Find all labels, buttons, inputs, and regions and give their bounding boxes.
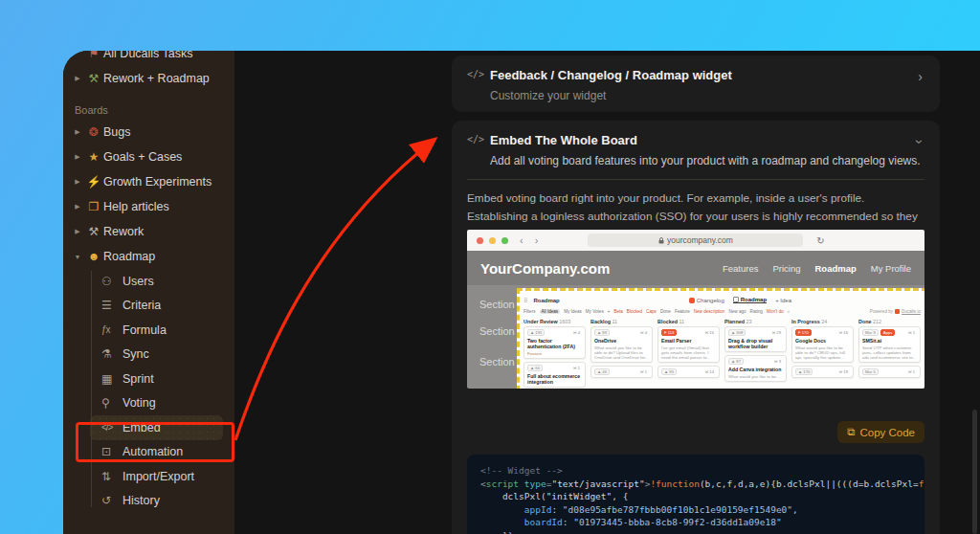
kanban-column-blocked: Blocked 11F 113✉ 16Email ParserI've got … — [657, 319, 720, 389]
sidebar-item-sync[interactable]: ⚗Sync — [90, 343, 227, 367]
idea-card[interactable]: ▲ 60✉ 1Full about ecommerce integration — [523, 362, 586, 388]
card-chip: ✉ 19 — [837, 369, 850, 374]
filter-my-ideas[interactable]: My Ideas — [564, 309, 582, 314]
reload-icon: ↻ — [816, 235, 824, 246]
filter-blocked[interactable]: Blocked — [627, 309, 642, 314]
expand-arrow-icon[interactable]: ▶ — [71, 178, 84, 186]
sidebar: ⚑All Ducalis Tasks▶⚒Rework + Roadmap Boa… — [63, 51, 234, 534]
sync-icon: ⚗ — [101, 347, 122, 361]
bug-icon: ❂ — [84, 125, 103, 139]
filter-my-votes[interactable]: My Votes — [586, 309, 604, 314]
card-chip: Apps — [880, 329, 896, 336]
sidebar-item-growth-experiments[interactable]: ▶⚡Growth Experiments — [71, 169, 227, 194]
sidebar-item-rework-roadmap[interactable]: ▶⚒Rework + Roadmap — [71, 66, 227, 91]
lock-icon — [658, 237, 664, 244]
idea-card[interactable]: ▲ 170✉ 19 — [791, 366, 854, 378]
site-nav-my-profile[interactable]: My Profile — [871, 263, 911, 274]
code-line: boardId: "01973445-bbba-8cb8-99f2-d36dd1… — [480, 516, 924, 529]
filter-won-t-do[interactable]: Won't do — [767, 309, 784, 314]
card-meta: ▲ 87✉ 3 — [728, 358, 783, 365]
kanban-column-done: Done 212Mar 9Apps✉ 1SMSit.aiSend OTP whe… — [858, 319, 921, 389]
changelog-icon — [689, 298, 695, 303]
expand-arrow-icon[interactable]: ▶ — [71, 203, 84, 211]
filter-filters[interactable]: Filters — [523, 309, 536, 314]
site-brand: YourCompany.com — [480, 260, 723, 277]
expand-arrow-icon[interactable]: ▶ — [71, 228, 84, 235]
filter-feature[interactable]: Feature — [675, 309, 690, 314]
filter-[interactable]: ⌕ — [788, 309, 791, 314]
filter-done[interactable]: Done — [660, 309, 671, 314]
filter-beta[interactable]: Beta — [613, 309, 622, 314]
sidebar-item-roadmap[interactable]: ▼☻Roadmap — [71, 244, 227, 269]
filter-caps[interactable]: Caps — [646, 309, 657, 314]
filter-new-description[interactable]: New description — [694, 309, 725, 314]
card-meta: ▲ 170✉ 19 — [795, 368, 850, 375]
expand-arrow-icon[interactable]: ▶ — [71, 128, 84, 136]
sidebar-item-help-articles[interactable]: ▶❐Help articles — [71, 194, 227, 219]
sidebar-item-users[interactable]: ⚇Users — [90, 269, 227, 294]
sidebar-item-import-export[interactable]: ⇅Import/Export — [90, 464, 227, 489]
expand-arrow-icon[interactable]: ▶ — [71, 153, 84, 161]
expand-arrow-icon[interactable]: ▼ — [71, 254, 84, 260]
chevron-down-icon[interactable]: › — [913, 140, 928, 145]
sidebar-item-embed[interactable]: </>Embed — [90, 415, 223, 440]
widget-tab-changelog[interactable]: Changelog — [689, 298, 724, 303]
close-traffic-light — [477, 237, 483, 244]
idea-card[interactable]: F 170✉ 16Google DocsWhat would you like … — [791, 326, 854, 363]
maximize-traffic-light — [501, 237, 508, 244]
sidebar-item-history[interactable]: ↺History — [90, 489, 227, 514]
widget-tab-roadmap[interactable]: Roadmap — [733, 297, 767, 303]
sidebar-item-label: Sprint — [122, 372, 154, 386]
widget-base-code-block[interactable]: <!-- Widget --><script type="text/javasc… — [467, 455, 924, 534]
address-bar: yourcompany.com — [588, 234, 803, 247]
widget-settings-row[interactable]: </> Feedback / Changelog / Roadmap widge… — [452, 56, 940, 112]
idea-card[interactable]: ▲ 191✉ 4Two factor authentication (2FA)F… — [523, 326, 586, 359]
idea-card[interactable]: Mar 9Apps✉ 1SMSit.aiSend OTP when custom… — [858, 326, 921, 363]
card-title: Two factor authentication (2FA) — [527, 338, 582, 349]
expand-arrow-icon[interactable]: ▶ — [71, 75, 84, 82]
widget-tab-idea[interactable]: + Idea — [775, 298, 791, 303]
sidebar-item-voting[interactable]: ⚲Voting — [90, 391, 227, 416]
idea-card[interactable]: ▲ 95✉ 14 — [657, 366, 720, 378]
sidebar-item-label: Embed — [122, 421, 161, 434]
idea-card[interactable]: F 113✉ 16Email ParserI've got email (Gma… — [657, 326, 720, 363]
column-header: Done 212 — [858, 319, 921, 324]
sidebar-item-goals-cases[interactable]: ▶★Goals + Cases — [71, 145, 227, 169]
filter-rating[interactable]: Rating — [750, 309, 763, 314]
filter-all-ideas[interactable]: All Ideas — [540, 309, 561, 314]
chevron-right-icon[interactable]: › — [918, 69, 923, 84]
card-chip: ▲ 46 — [594, 368, 610, 375]
site-nav-roadmap[interactable]: Roadmap — [814, 263, 856, 274]
filter-new-ago[interactable]: New ago — [728, 309, 746, 314]
copy-code-button[interactable]: ⧉ Copy Code — [837, 421, 924, 443]
sidebar-item-label: Formula — [122, 323, 167, 337]
kanban-column-planned: Planned 23▲ 308✉ 29Drag & drop visual wo… — [724, 319, 787, 389]
sidebar-item-label: Help articles — [103, 200, 169, 213]
site-nav-pricing[interactable]: Pricing — [772, 263, 800, 274]
idea-card[interactable]: ▲ 89✉ 4OneDriveWhat would you like to be… — [590, 326, 653, 363]
idea-card[interactable]: ▲ 308✉ 29Drag & drop visual workflow bui… — [724, 326, 787, 352]
sidebar-item-sprint[interactable]: ▦Sprint — [90, 367, 227, 391]
sidebar-item-all-ducalis-tasks[interactable]: ⚑All Ducalis Tasks — [71, 51, 227, 66]
idea-card[interactable]: ▲ 46✉ 1 — [590, 366, 653, 378]
site-nav-features[interactable]: Features — [723, 263, 759, 274]
powered-by-label[interactable]: Powered by Ducalis.io — [870, 309, 921, 314]
sidebar-item-formula[interactable]: ƒxFormula — [90, 318, 227, 343]
sidebar-item-rework[interactable]: ▶⚒Rework — [71, 219, 227, 244]
tools-icon: ⚒ — [84, 225, 103, 238]
card-title: Drag & drop visual workflow builder — [728, 338, 783, 349]
sidebar-item-criteria[interactable]: ☰Criteria — [90, 294, 227, 319]
card-chip: F 170 — [795, 329, 812, 336]
widget-row-title: Feedback / Changelog / Roadmap widget — [490, 68, 732, 82]
filter-[interactable]: + — [608, 309, 611, 314]
sidebar-item-bugs[interactable]: ▶❂Bugs — [71, 120, 227, 145]
roadmap-icon — [733, 297, 739, 302]
scrollbar-thumb[interactable] — [972, 410, 977, 534]
sidebar-item-automation[interactable]: ⊡Automation — [90, 440, 227, 465]
idea-card[interactable]: Mar 5✉ 1 — [858, 366, 921, 378]
card-meta: ▲ 191✉ 4 — [527, 329, 582, 336]
criteria-icon: ☰ — [101, 299, 122, 312]
idea-card[interactable]: ▲ 87✉ 3Add Canva integrationWhat would y… — [724, 355, 787, 382]
site-body: Section 1Section 2Section 3 ⠿ Roadmap Ch… — [467, 285, 924, 389]
rocket-icon: ⚡ — [84, 175, 103, 189]
